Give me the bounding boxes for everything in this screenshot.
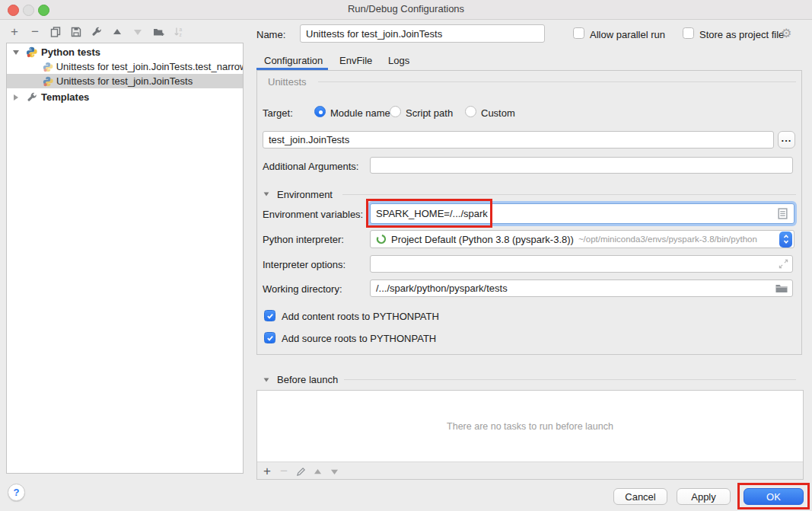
tab-logs[interactable]: Logs: [388, 55, 409, 66]
svg-text:z: z: [180, 32, 182, 37]
before-launch-panel: There are no tasks to run before launch …: [256, 390, 804, 480]
unittests-group-title: Unittests: [268, 76, 307, 88]
environment-variables-input[interactable]: [370, 203, 794, 224]
tree-item-templates[interactable]: Templates: [7, 90, 243, 104]
radio-script-path-label: Script path: [406, 107, 453, 119]
tree-item-unittests-test-narrow[interactable]: Unittests for test_join.JoinTests.test_n…: [7, 59, 243, 74]
tree-item-python-tests[interactable]: Python tests: [7, 45, 243, 59]
tree-item-label: Python tests: [41, 46, 100, 58]
edit-templates-button[interactable]: [88, 24, 105, 40]
environment-collapse-icon[interactable]: [264, 192, 269, 196]
tree-item-label: Unittests for test_join.JoinTests.test_n…: [56, 61, 243, 72]
arrow-down-icon: [330, 468, 339, 475]
move-task-up-button[interactable]: [310, 464, 324, 479]
tab-configuration[interactable]: Configuration: [264, 55, 323, 66]
add-content-roots-checkbox[interactable]: [264, 310, 275, 321]
cancel-button-label: Cancel: [625, 491, 655, 503]
interpreter-options-input[interactable]: [370, 255, 793, 273]
environment-variables-label: Environment variables:: [263, 209, 363, 220]
save-icon: [71, 27, 81, 37]
name-input[interactable]: [300, 24, 545, 43]
allow-parallel-run-checkbox[interactable]: [573, 27, 584, 39]
remove-configuration-button[interactable]: −: [27, 24, 43, 40]
new-folder-button[interactable]: [150, 24, 167, 40]
svg-text:a: a: [180, 27, 183, 32]
add-source-roots-checkbox[interactable]: [264, 332, 275, 343]
before-launch-section-title: Before launch: [277, 374, 338, 385]
tree-item-label: Unittests for test_join.JoinTests: [56, 75, 193, 87]
working-directory-input[interactable]: [370, 279, 793, 297]
tab-envfile[interactable]: EnvFile: [339, 55, 372, 66]
save-configuration-button[interactable]: [68, 24, 84, 40]
help-icon: ?: [14, 487, 20, 498]
additional-arguments-input[interactable]: [370, 157, 793, 174]
arrow-up-icon: [113, 28, 122, 36]
python-interpreter-select[interactable]: Project Default (Python 3.8 (pyspark-3.8…: [370, 230, 794, 248]
conda-env-icon: [376, 234, 387, 244]
cancel-button[interactable]: Cancel: [613, 488, 667, 505]
arrow-down-icon: [133, 28, 142, 36]
edit-task-button[interactable]: [294, 464, 307, 479]
help-button[interactable]: ?: [8, 484, 25, 501]
wrench-icon: [27, 92, 37, 103]
plus-icon: +: [11, 25, 18, 39]
collapse-icon[interactable]: [13, 50, 19, 55]
move-up-button[interactable]: [109, 24, 126, 40]
copy-icon: [50, 27, 61, 37]
add-task-button[interactable]: +: [260, 464, 274, 479]
store-as-project-file-label: Store as project file: [699, 29, 784, 40]
folder-icon[interactable]: [775, 284, 788, 293]
copy-configuration-button[interactable]: [47, 24, 64, 40]
browse-target-button[interactable]: ...: [778, 131, 795, 149]
gear-icon[interactable]: ⚙: [781, 26, 791, 40]
check-icon: [266, 334, 274, 342]
name-label: Name:: [256, 29, 285, 40]
interpreter-options-label: Interpreter options:: [263, 259, 345, 270]
configurations-tree: Python tests Unittests for test_join.Joi…: [6, 43, 244, 474]
python-test-icon: [43, 76, 53, 87]
add-source-roots-label: Add source roots to PYTHONPATH: [282, 333, 436, 344]
radio-module-name-label: Module name: [330, 107, 390, 119]
python-test-icon: [43, 62, 53, 72]
radio-custom-label: Custom: [481, 107, 515, 119]
move-down-button[interactable]: [129, 24, 146, 40]
before-launch-collapse-icon[interactable]: [264, 378, 269, 382]
minus-icon: −: [280, 465, 288, 478]
python-interpreter-label: Python interpreter:: [263, 234, 344, 245]
python-icon: [26, 46, 37, 58]
expand-icon[interactable]: [14, 94, 18, 101]
before-launch-toolbar: + −: [260, 464, 341, 479]
radio-module-name[interactable]: [314, 106, 326, 117]
ok-button[interactable]: OK: [744, 488, 804, 505]
tree-item-unittests-jointests[interactable]: Unittests for test_join.JoinTests: [7, 74, 243, 88]
move-task-down-button[interactable]: [327, 464, 341, 479]
store-as-project-file-checkbox[interactable]: [683, 27, 694, 39]
python-interpreter-path: ~/opt/miniconda3/envs/pyspark-3.8/bin/py…: [578, 235, 779, 244]
window-title: Run/Debug Configurations: [0, 3, 812, 14]
add-configuration-button[interactable]: +: [6, 24, 23, 40]
plus-icon: +: [263, 465, 271, 478]
apply-button-label: Apply: [691, 491, 716, 503]
additional-arguments-label: Additional Arguments:: [263, 161, 358, 172]
remove-task-button[interactable]: −: [277, 464, 291, 479]
select-stepper-icon[interactable]: [779, 232, 792, 248]
radio-script-path[interactable]: [390, 106, 401, 117]
before-launch-list: There are no tasks to run before launch: [257, 391, 803, 462]
before-launch-empty-text: There are no tasks to run before launch: [447, 421, 613, 432]
python-interpreter-value: Project Default (Python 3.8 (pyspark-3.8…: [391, 234, 574, 245]
sort-configurations-button[interactable]: a z: [170, 24, 187, 40]
sidebar-toolbar: + − a z: [6, 24, 187, 40]
allow-parallel-run-label: Allow parallel run: [590, 29, 665, 40]
expand-field-icon[interactable]: [779, 259, 788, 269]
environment-divider: [342, 194, 796, 195]
tree-item-label: Templates: [41, 91, 89, 103]
check-icon: [266, 312, 274, 320]
sort-az-icon: a z: [174, 27, 184, 37]
radio-custom[interactable]: [465, 106, 476, 117]
target-input[interactable]: [263, 131, 774, 149]
apply-button[interactable]: Apply: [677, 488, 731, 505]
env-vars-browse-icon[interactable]: [778, 208, 788, 219]
before-launch-divider: [344, 379, 796, 380]
arrow-up-icon: [314, 468, 322, 475]
pencil-icon: [296, 467, 306, 477]
